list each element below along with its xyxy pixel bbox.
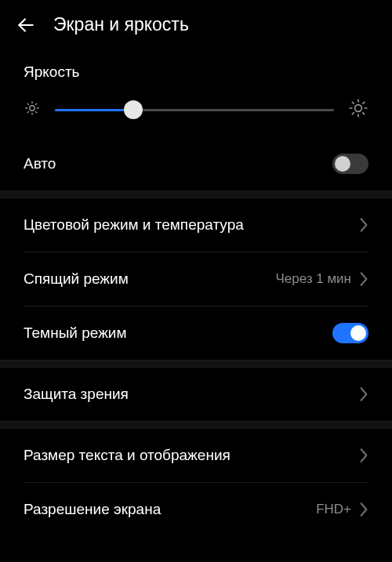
svg-line-8 bbox=[27, 112, 28, 113]
sleep-row[interactable]: Спящий режим Через 1 мин bbox=[0, 252, 392, 306]
resolution-value: FHD+ bbox=[316, 502, 351, 517]
dark-mode-toggle[interactable] bbox=[332, 323, 368, 343]
auto-brightness-label: Авто bbox=[24, 155, 56, 172]
resolution-label: Разрешение экрана bbox=[24, 501, 161, 518]
dark-mode-label: Темный режим bbox=[24, 325, 127, 342]
chevron-right-icon bbox=[359, 386, 368, 402]
svg-point-10 bbox=[355, 105, 362, 112]
svg-line-18 bbox=[363, 102, 365, 103]
svg-line-9 bbox=[36, 103, 37, 104]
svg-line-17 bbox=[352, 113, 354, 114]
toggle-knob bbox=[335, 156, 350, 172]
section-divider bbox=[0, 360, 392, 368]
color-mode-row[interactable]: Цветовой режим и температура bbox=[0, 198, 392, 252]
page-title: Экран и яркость bbox=[53, 14, 189, 35]
brightness-low-icon bbox=[24, 100, 41, 120]
chevron-right-icon bbox=[359, 217, 368, 233]
back-button[interactable] bbox=[16, 15, 36, 35]
chevron-right-icon bbox=[359, 502, 368, 517]
text-size-row[interactable]: Размер текста и отображения bbox=[0, 429, 392, 482]
slider-fill bbox=[55, 109, 133, 111]
sleep-label: Спящий режим bbox=[24, 270, 129, 288]
eye-comfort-label: Защита зрения bbox=[24, 386, 129, 403]
auto-brightness-row[interactable]: Авто bbox=[0, 137, 392, 190]
dark-mode-row[interactable]: Темный режим bbox=[0, 306, 392, 360]
svg-line-14 bbox=[363, 113, 365, 114]
svg-point-1 bbox=[30, 106, 34, 111]
settings-screen: Экран и яркость Яркость bbox=[0, 0, 392, 562]
auto-brightness-toggle[interactable] bbox=[332, 154, 368, 174]
chevron-right-icon bbox=[359, 448, 368, 463]
sleep-value: Через 1 мин bbox=[275, 271, 351, 287]
svg-line-4 bbox=[27, 103, 28, 104]
brightness-slider-row bbox=[0, 82, 392, 137]
brightness-slider[interactable] bbox=[55, 100, 334, 119]
color-mode-label: Цветовой режим и температура bbox=[24, 216, 244, 234]
chevron-right-icon bbox=[359, 271, 368, 287]
toggle-knob bbox=[350, 325, 366, 341]
header: Экран и яркость bbox=[0, 0, 392, 49]
svg-line-13 bbox=[352, 102, 354, 103]
arrow-left-icon bbox=[16, 15, 36, 35]
section-divider bbox=[0, 190, 392, 198]
text-size-label: Размер текста и отображения bbox=[24, 447, 230, 464]
brightness-label: Яркость bbox=[0, 49, 392, 82]
brightness-section: Яркость bbox=[0, 49, 392, 190]
resolution-row[interactable]: Разрешение экрана FHD+ bbox=[0, 483, 392, 536]
slider-thumb[interactable] bbox=[124, 100, 143, 119]
svg-line-5 bbox=[36, 112, 37, 113]
brightness-high-icon bbox=[348, 98, 368, 121]
eye-comfort-row[interactable]: Защита зрения bbox=[0, 368, 392, 421]
section-divider bbox=[0, 421, 392, 429]
